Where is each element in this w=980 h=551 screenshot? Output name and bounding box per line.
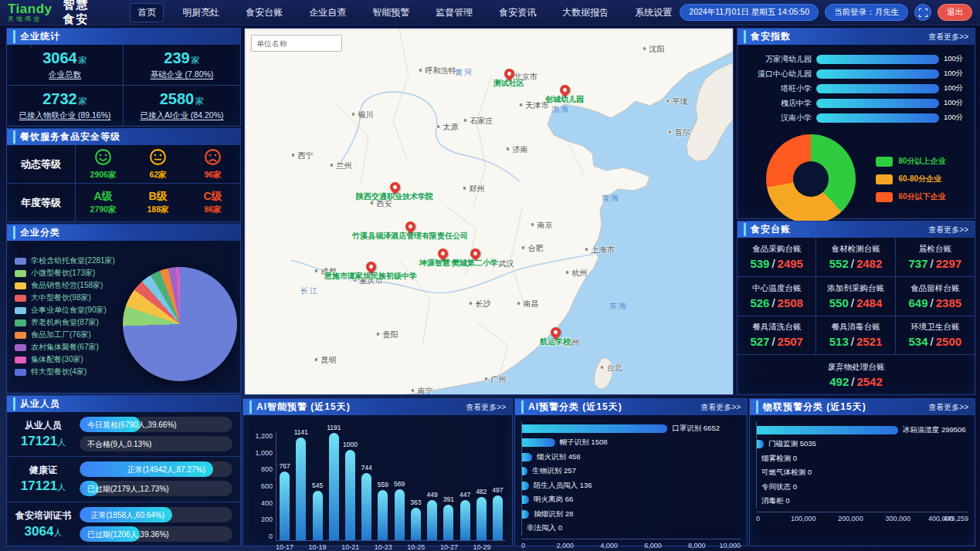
progress-label: 已过期(2179人,12.73%) <box>87 481 169 496</box>
hbar <box>757 426 898 434</box>
view-more-link[interactable]: 查看更多>> <box>928 225 968 235</box>
legend-swatch <box>15 295 26 302</box>
map-marker-2[interactable]: 创城幼儿园 <box>545 85 584 105</box>
bar-column-8: 569 <box>392 480 408 540</box>
logout-button[interactable]: 退出 <box>938 4 972 21</box>
map-city-label: 石家庄 <box>463 116 493 127</box>
panel-title: 餐饮服务食品安全等级 <box>13 130 120 144</box>
hbar <box>522 510 529 519</box>
nav-tab-5[interactable]: 智能预警 <box>365 3 417 22</box>
level-row-1: 动态等级2906家62家96家 <box>7 145 240 184</box>
stat-value: 2580家 <box>160 90 205 108</box>
donut-legend-label: 80分以上企业 <box>898 156 945 167</box>
frown-face-icon <box>204 148 222 169</box>
x-axis-label <box>458 543 473 551</box>
grade-count: 96家 <box>204 170 221 181</box>
x-axis-tick: 0 <box>521 542 525 549</box>
index-score-bar <box>816 113 939 123</box>
legend-label: 小微型餐饮(173家) <box>31 268 95 279</box>
nav-tab-7[interactable]: 食安资讯 <box>491 3 544 22</box>
grade-label: B级 <box>148 190 167 204</box>
index-school-name: 漫口中心幼儿园 <box>741 69 816 79</box>
nav-tab-3[interactable]: 食安台账 <box>238 3 290 22</box>
legend-label: 食品销售经营(158家) <box>31 280 103 291</box>
map-water-label: 黄海 <box>602 193 620 204</box>
ledger-cell-10: 废弃物处理台账492/2542 <box>738 355 975 394</box>
hbar-row-1: 口罩识别 6652 <box>522 421 741 436</box>
nav-tab-6[interactable]: 监督管理 <box>428 3 480 22</box>
hbar-row-6: 消毒柜 0 <box>757 495 968 509</box>
bar <box>443 505 453 540</box>
donut-legend-item-2: 60-80分企业 <box>876 174 945 184</box>
hbar-label: 烟雾检测 0 <box>761 454 797 464</box>
level-cell-1-2: 62家 <box>131 145 185 183</box>
fullscreen-button[interactable] <box>914 4 931 21</box>
panel-title: 食安指数 <box>744 30 791 43</box>
x-axis-label: 10-21 <box>341 543 359 551</box>
bar-column-14: 497 <box>490 486 506 540</box>
x-axis-tick: 2,000 <box>557 542 575 549</box>
staff-row-2: 健康证17121人正常(14942人,87.27%)已过期(2179人,12.7… <box>7 457 240 502</box>
staff-info: 健康证17121人 <box>7 464 80 494</box>
view-more-link[interactable]: 查看更多>> <box>928 32 968 42</box>
ledger-cell-2: 食材检测台账552/2482 <box>816 238 895 277</box>
staff-info: 食安培训证书3064人 <box>7 509 80 539</box>
x-axis-label <box>425 543 440 551</box>
y-axis-tick: 1,200 <box>248 432 273 440</box>
map-marker-4[interactable]: 竹溪县福泽酒店管理有限责任公司 <box>352 221 468 242</box>
nav-tab-2[interactable]: 明厨亮灶 <box>175 3 227 22</box>
staff-row-1: 从业人员17121人今日晨检(6790人,39.66%)不合格(9人,0.13%… <box>7 412 240 457</box>
nav-tab-9[interactable]: 系统设置 <box>627 3 680 22</box>
view-more-link[interactable]: 查看更多>> <box>466 402 506 413</box>
bar <box>460 500 470 540</box>
level-cell-2-1: A级2790家 <box>76 184 131 221</box>
x-axis-tick: 100,000 <box>791 515 816 522</box>
x-axis-tick: 449,259 <box>943 515 968 522</box>
main-nav: 首页明厨亮灶食安台账企业自查智能预警监督管理食安资讯大数据报告系统设置 <box>130 3 680 22</box>
ledger-label: 添加剂采购台账 <box>827 283 884 294</box>
map-marker-7[interactable]: 恩施市谭家坝民族初级中学 <box>324 262 417 282</box>
progress-label: 已过期(1206人,39.36%) <box>87 526 169 542</box>
legend-item-1: 学校含幼托食堂(2281家) <box>15 255 115 267</box>
bar <box>395 489 405 540</box>
top-bar: Tiandy 天地伟业 智慧食安 首页明厨亮灶食安台账企业自查智能预警监督管理食… <box>0 0 980 25</box>
hbar-label: 非法闯入 0 <box>527 523 562 533</box>
grade-count: 62家 <box>149 170 166 181</box>
ai-warning-bar-chart: 1,2001,0008006004002000 7671141545119110… <box>243 415 512 551</box>
index-score-bar <box>816 99 939 108</box>
bar-value-label: 363 <box>410 499 421 506</box>
index-row-3: 塔旺小学100分 <box>741 81 968 96</box>
map-marker-8[interactable]: 航运学校 <box>540 327 571 347</box>
progress-track: 已过期(2179人,12.73%) <box>80 481 232 496</box>
map-city-label: 上海市 <box>585 245 615 255</box>
bar <box>280 472 290 540</box>
hbar <box>522 424 667 433</box>
view-more-link[interactable]: 查看更多>> <box>700 402 741 413</box>
view-more-link[interactable]: 查看更多>> <box>928 402 968 413</box>
search-input[interactable] <box>251 35 342 52</box>
stat-value: 239家 <box>164 49 199 67</box>
nav-tab-8[interactable]: 大数据报告 <box>554 3 616 22</box>
map-city-label: 贵阳 <box>376 330 398 340</box>
nav-tab-4[interactable]: 企业自查 <box>301 3 354 22</box>
hbar-row-4: 可燃气体检测 0 <box>757 466 968 481</box>
bar <box>427 500 437 540</box>
bar <box>476 497 487 540</box>
map-city-label: 南昌 <box>517 299 539 309</box>
logo-subtext: 天地伟业 <box>8 16 52 22</box>
x-axis-tick: 0 <box>756 515 760 522</box>
nav-tab-1[interactable]: 首页 <box>130 3 164 22</box>
bar <box>493 495 503 540</box>
china-map[interactable]: 沈阳呼和浩特北京市天津市平壤首尔银川石家庄太原济南西宁兰州郑州西安南京上海市合肥… <box>244 28 734 395</box>
map-marker-3[interactable]: 陕西交通职业技术学院 <box>356 182 433 202</box>
datetime-display: 2024年11月01日 星期五 14:05:50 <box>680 4 819 21</box>
ledger-label: 食品留样台账 <box>910 283 959 294</box>
hbar <box>757 440 764 448</box>
ledger-cell-4: 中心温度台账526/2508 <box>738 277 816 316</box>
index-score-value: 100分 <box>939 113 968 123</box>
map-marker-6[interactable]: 樊城第二小学 <box>452 248 498 269</box>
map-marker-1[interactable]: 测试社区 <box>493 69 524 89</box>
legend-item-5: 企事业单位食堂(90家) <box>15 304 115 316</box>
hbar-row-3: 烟雾检测 0 <box>757 451 968 466</box>
hbar-label: 帽子识别 1508 <box>560 438 608 448</box>
